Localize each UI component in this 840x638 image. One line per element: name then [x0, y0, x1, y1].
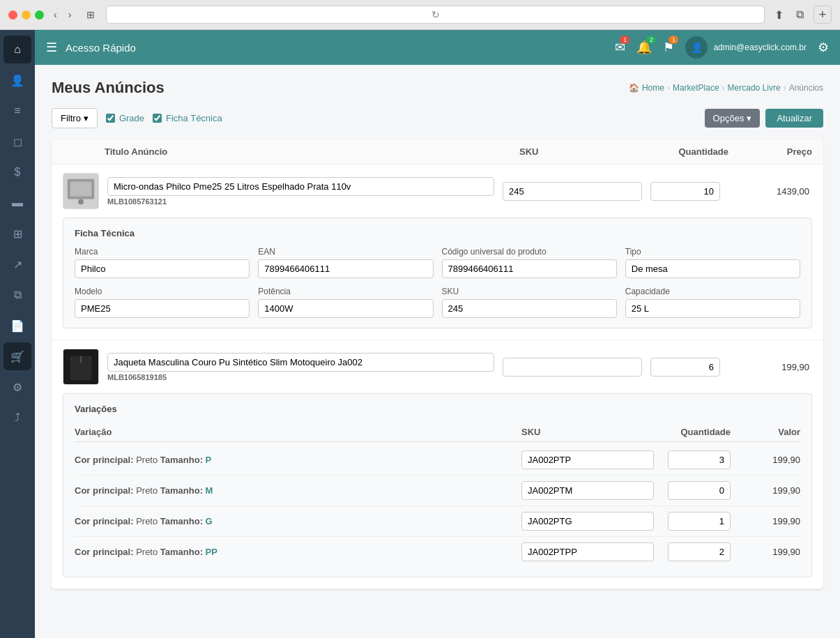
cor-value-p: Preto: [136, 455, 160, 465]
ficha-grid-row2: Modelo Potência SKU: [75, 287, 800, 318]
sidebar-item-gear[interactable]: ⚙: [3, 373, 31, 401]
sidebar-item-list[interactable]: ≡: [3, 97, 31, 125]
product-quantity-input-2[interactable]: [650, 358, 720, 377]
breadcrumb-sep-2: ›: [722, 83, 725, 93]
sidebar: ⌂ 👤 ≡ ◻ $ ▬ ⊞ ↗ ⧉ 📄 🛒 ⚙ ⤴: [0, 30, 35, 638]
user-profile[interactable]: 👤 admin@easyclick.com.br: [685, 36, 807, 59]
ficha-sku-input[interactable]: [442, 299, 617, 318]
toolbar: Filtro ▾ Grade Ficha Técnica Opções: [52, 108, 823, 128]
breadcrumb: 🏠 Home › MarketPlace › Mercado Livre › A…: [629, 83, 823, 93]
ficha-marca-label: Marca: [75, 247, 250, 257]
ficha-marca: Marca: [75, 247, 250, 278]
variation-row-p: Cor principal: Preto Tamanho: P: [75, 445, 800, 476]
var-qty-input-pp[interactable]: [668, 542, 731, 561]
ficha-codigo-universal-label: Código universal do produto: [442, 247, 617, 257]
product-quantity-2: [650, 358, 720, 377]
products-table: Titulo Anúncio SKU Quantidade Preço: [52, 139, 823, 589]
sidebar-toggle-button[interactable]: ⊞: [81, 8, 100, 22]
sidebar-item-user[interactable]: 👤: [3, 66, 31, 94]
back-button[interactable]: ‹: [49, 8, 61, 22]
maximize-dot[interactable]: [35, 10, 44, 20]
ficha-ean-input[interactable]: [258, 259, 433, 278]
atualizar-button[interactable]: Atualizar: [765, 109, 823, 128]
var-qty-input-g[interactable]: [668, 512, 731, 531]
var-sku-cell-pp: [521, 542, 661, 561]
reload-button[interactable]: ↻: [432, 9, 440, 20]
ficha-tipo-input[interactable]: [625, 259, 800, 278]
ficha-tecnica-checkbox-label[interactable]: Ficha Técnica: [153, 113, 222, 123]
flag-notification[interactable]: ⚑ 1: [663, 40, 674, 55]
main-content: Meus Anúncios 🏠 Home › MarketPlace › Mer…: [35, 65, 840, 638]
topnav-gear-icon[interactable]: ⚙: [818, 40, 829, 55]
sidebar-item-grid[interactable]: ⊞: [3, 220, 31, 248]
ficha-potencia-label: Potência: [258, 287, 433, 296]
svg-point-3: [78, 199, 84, 205]
share-browser-button[interactable]: ⬆: [770, 7, 788, 23]
product-quantity-input-1[interactable]: [650, 182, 720, 201]
product-title-input-2[interactable]: [107, 353, 494, 372]
ficha-tecnica-checkbox[interactable]: [153, 114, 162, 123]
product-row-2: MLB1065819185 199,90 Va: [52, 340, 823, 589]
variation-label-m: Cor principal: Preto Tamanho: M: [75, 485, 521, 496]
browser-chrome: ‹ › ⊞ ↻ ⬆ ⧉ +: [0, 0, 840, 30]
var-sku-cell-g: [521, 512, 661, 531]
filtro-button[interactable]: Filtro ▾: [52, 108, 98, 128]
breadcrumb-mercado-livre[interactable]: Mercado Livre: [728, 83, 781, 93]
ficha-tecnica-1: Ficha Técnica Marca EAN: [63, 218, 812, 328]
var-col-quantidade-header: Quantidade: [661, 427, 731, 437]
topnav-title: Acesso Rápido: [66, 42, 606, 54]
ficha-marca-input[interactable]: [75, 259, 250, 278]
app-wrapper: ⌂ 👤 ≡ ◻ $ ▬ ⊞ ↗ ⧉ 📄 🛒 ⚙ ⤴ ☰ Acesso Rápid…: [0, 30, 840, 638]
ficha-modelo-input[interactable]: [75, 299, 250, 318]
sidebar-item-box[interactable]: ◻: [3, 128, 31, 155]
var-sku-input-g[interactable]: [521, 512, 654, 531]
tamanho-label-p: Tamanho:: [160, 455, 203, 465]
variacoes-header: Variação SKU Quantidade Valor: [75, 423, 800, 442]
breadcrumb-sep-3: ›: [784, 83, 786, 93]
breadcrumb-home[interactable]: Home: [642, 83, 664, 93]
page-header: Meus Anúncios 🏠 Home › MarketPlace › Mer…: [52, 79, 823, 97]
var-sku-input-pp[interactable]: [521, 542, 654, 561]
topnav: ☰ Acesso Rápido ✉ 1 🔔 2 ⚑ 1 👤 admin@easy…: [35, 30, 840, 65]
var-qty-cell-p: [661, 450, 731, 469]
var-qty-input-m[interactable]: [668, 481, 731, 500]
var-qty-input-p[interactable]: [668, 450, 731, 469]
sidebar-item-home[interactable]: ⌂: [3, 36, 31, 63]
new-tab-button[interactable]: +: [814, 6, 832, 24]
product-id-1: MLB1085763121: [107, 197, 494, 206]
product-sku-input-1[interactable]: [503, 182, 642, 201]
sidebar-item-cart[interactable]: 🛒: [3, 342, 31, 370]
product-title-input-1[interactable]: [107, 177, 494, 196]
breadcrumb-marketplace[interactable]: MarketPlace: [673, 83, 719, 93]
col-sku-header: SKU: [519, 146, 659, 157]
sidebar-item-chart[interactable]: ↗: [3, 250, 31, 278]
sidebar-item-card[interactable]: ▬: [3, 189, 31, 217]
sidebar-item-copy[interactable]: ⧉: [3, 281, 31, 309]
grade-checkbox-label[interactable]: Grade: [106, 113, 144, 123]
sidebar-item-share[interactable]: ⤴: [3, 404, 31, 432]
var-price-pp: 199,90: [731, 547, 800, 557]
url-bar[interactable]: ↻: [106, 6, 765, 24]
sidebar-item-dollar[interactable]: $: [3, 158, 31, 186]
menu-toggle-icon[interactable]: ☰: [46, 40, 57, 55]
pip-button[interactable]: ⧉: [792, 7, 808, 23]
ficha-capacidade-input[interactable]: [625, 299, 800, 318]
grade-checkbox[interactable]: [106, 114, 115, 123]
close-dot[interactable]: [8, 10, 17, 20]
var-sku-input-m[interactable]: [521, 481, 654, 500]
ficha-potencia-input[interactable]: [258, 299, 433, 318]
ficha-tecnica-label: Ficha Técnica: [166, 113, 222, 123]
bell-notification[interactable]: 🔔 2: [636, 40, 652, 55]
var-sku-input-p[interactable]: [521, 450, 654, 469]
sidebar-item-file[interactable]: 📄: [3, 312, 31, 340]
minimize-dot[interactable]: [22, 10, 31, 20]
forward-button[interactable]: ›: [64, 8, 76, 22]
product-price-1: 1439,00: [728, 186, 812, 197]
opcoes-button[interactable]: Opções ▾: [705, 109, 761, 128]
product-sku-input-2[interactable]: [503, 358, 642, 377]
ficha-ean: EAN: [258, 247, 433, 278]
ficha-codigo-universal-input[interactable]: [442, 259, 617, 278]
ficha-capacidade: Capacidade: [625, 287, 800, 318]
email-notification[interactable]: ✉ 1: [615, 40, 625, 55]
var-sku-cell-m: [521, 481, 661, 500]
